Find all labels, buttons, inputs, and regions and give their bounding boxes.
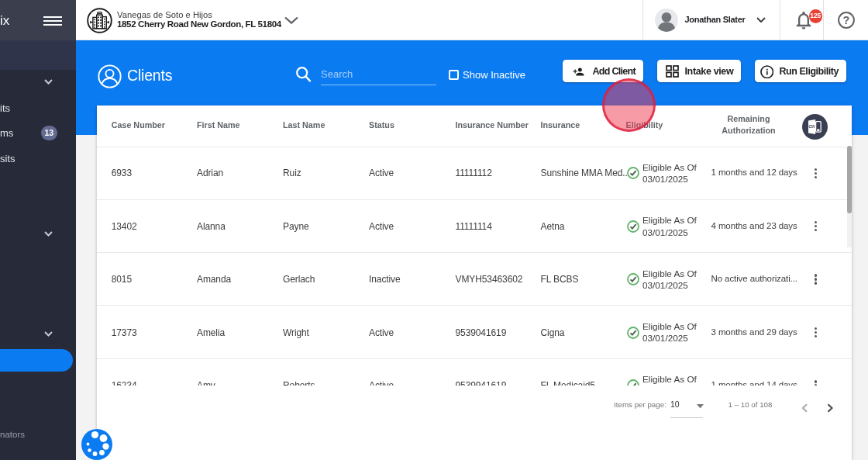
svg-text:CSV: CSV bbox=[808, 124, 815, 129]
svg-text:?: ? bbox=[843, 13, 850, 26]
